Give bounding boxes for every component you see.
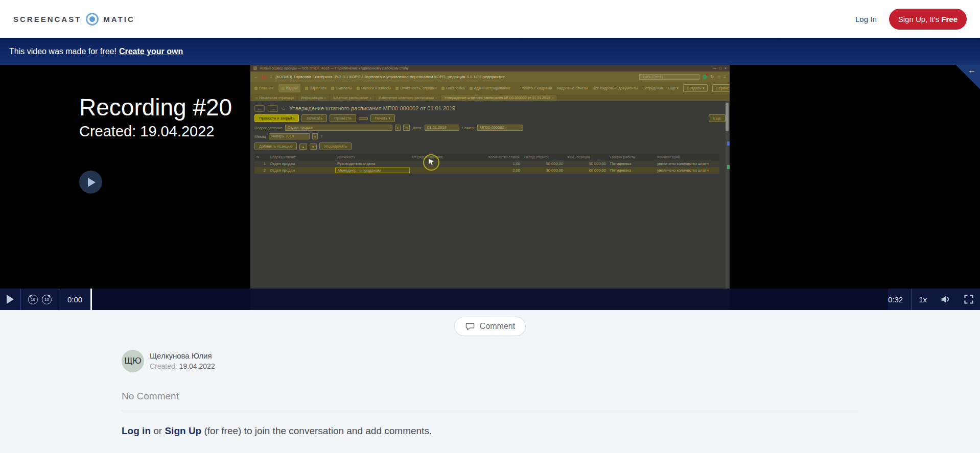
nav-forward-icon: → [268,105,278,112]
video-title: Recording #20 [79,93,232,121]
menu-otchetnost: Отчетность, справки [395,86,437,90]
help-icon: ? [320,134,322,139]
app-title-bar: ← 1С ≡ [КОПИЯ] Тарасова Екатерина ЗУП 3.… [250,71,730,82]
nav-back-icon: ← [254,105,265,112]
play-button-overlay[interactable] [79,171,102,194]
tab-izmenenie: Изменение штатного расписания× [376,95,440,101]
logo-text-right: MATIC [103,15,134,23]
provesti-button: Провести [330,114,356,122]
rdp-monitor-icon [253,66,257,70]
mouse-cursor-highlight [423,154,439,171]
playback-speed-button[interactable]: 1x [912,295,934,304]
move-up-icon: ▲ [299,144,307,150]
app-tab-strip: ⌂Начальная страница Информация× Штатное … [250,94,730,101]
fullscreen-button[interactable] [958,289,980,310]
document-title: Утверждение штатного расписания МП00-000… [289,105,456,111]
maximize-icon: □ [719,66,721,70]
rdp-title: Новый сервер аренды — b05.bmg.ru:4016 — … [260,66,710,70]
submenu-sotrudniki: Сотрудники [642,86,663,90]
avatar: ЩЮ [122,350,144,372]
video-surface[interactable]: Новый сервер аренды — b05.bmg.ru:4016 — … [250,65,730,310]
log-in-comment-link[interactable]: Log in [122,425,151,436]
submenu-otchety: Кадровые отчеты [556,86,588,90]
screencastomatic-logo[interactable]: SCREENCAST MATIC [13,13,135,26]
video-player: Новый сервер аренды — b05.bmg.ru:4016 — … [0,65,980,310]
play-icon [7,295,14,304]
logo-text-left: SCREENCAST [13,15,81,23]
dobavit-poziciyu-button: Добавить позицию [254,142,297,150]
uporyadochit-button: Упорядочить [319,142,352,150]
created-date: Created: 19.04.2022 [150,362,215,370]
department-field: Отдел продаж [285,125,392,131]
forward-10-button[interactable]: 10 [42,295,52,304]
calendar-icon: ▾ [312,133,318,139]
close-icon: × [725,66,727,70]
play-icon [88,178,96,187]
submenu-sozdat: Создать ▾ [683,84,708,92]
date-label: Дата: [412,126,422,130]
close-icon: × [369,97,371,100]
comment-bubble-icon [465,321,475,331]
move-down-icon: ▼ [310,144,317,150]
close-icon: × [435,97,437,100]
site-header: SCREENCAST MATIC Log In Sign Up, It's Fr… [0,0,980,38]
table-row: 1Отдел продаж Руководитель отдела 1,0050… [254,160,719,167]
submenu-dokumenty: Все кадровые документы [592,86,638,90]
sign-up-comment-link[interactable]: Sign Up [165,425,201,436]
progress-bar[interactable] [92,289,888,310]
menu-nastroyka: Настройка [441,86,465,90]
comment-button[interactable]: Comment [454,317,526,336]
app-search-input [639,74,699,80]
current-time: 0:00 [59,295,90,304]
create-your-own-link[interactable]: Create your own [119,47,183,56]
favorites-icon: ☆ [717,75,720,79]
banner-message: This video was made for free! [9,47,116,56]
sign-up-button[interactable]: Sign Up, It's Free [889,9,967,30]
1c-logo: 1С [261,74,267,79]
scroll-marker [727,165,730,169]
table-row: 2Отдел продаж Менеджер по продажам 2,003… [254,167,719,174]
date-field: 01.01.2019 [425,125,459,131]
log-in-link[interactable]: Log In [855,15,877,23]
zapisat-button: Записать [301,114,327,122]
volume-icon [940,294,951,305]
close-icon: × [552,97,554,100]
fullscreen-icon [964,294,974,304]
tab-shtatnoe: Штатное расписание× [330,95,375,101]
dropdown-icon: ▾ [395,125,401,131]
tab-informaciya: Информация× [298,95,329,101]
history-icon: ↻ [710,75,714,79]
divider [122,411,858,411]
scroll-marker [727,141,730,146]
tools-icon: ≡ [724,75,726,79]
notifications-icon [703,75,707,79]
free-banner: This video was made for free! Create you… [0,38,980,65]
provesti-i-zakryt-button: Провести и закрыть [254,114,299,122]
volume-button[interactable] [934,289,958,310]
hamburger-icon: ≡ [270,75,273,79]
player-control-bar: 10 10 0:00 0:32 1x [0,289,980,310]
menu-nalogi: Налоги и взносы [357,86,391,90]
author-name: Щелкунова Юлия [150,351,215,360]
left-arrow-icon: ← [968,66,976,75]
close-icon: × [324,97,326,100]
month-field: Январь 2019 [269,133,310,139]
number-label: Номер: [462,126,475,130]
menu-vyplaty: Выплаты [331,86,352,90]
play-button[interactable] [0,289,20,310]
video-created-date: Created: 19.04.2022 [79,123,214,140]
collapse-player-button[interactable]: ← [955,65,980,89]
back-arrow-icon: ← [254,75,258,79]
month-label: Месяц [254,134,266,139]
refresh-icon: ↻ [403,125,410,131]
menu-administrirovanie: Администрирование [470,86,511,90]
playhead-marker[interactable] [90,289,92,310]
comments-section: Comment ЩЮ Щелкунова Юлия Created: 19.04… [0,310,980,437]
cursor-icon [428,159,435,166]
logo-circle-icon [86,13,99,26]
positions-table: NПодразделение ДолжностьРазряд (категори… [254,154,719,174]
submenu-rabota: Работа с кадрами [520,86,552,90]
esche-button: Еще [709,114,726,122]
rewind-10-button[interactable]: 10 [28,295,38,304]
tab-home: ⌂Начальная страница [252,95,297,101]
